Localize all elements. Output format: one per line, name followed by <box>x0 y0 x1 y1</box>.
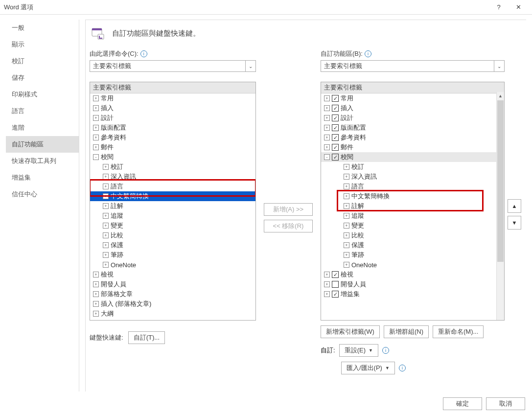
expand-icon[interactable]: + <box>93 311 99 317</box>
tree-item[interactable]: +追蹤 <box>90 211 255 221</box>
tree-item[interactable]: +插入 (部落格文章) <box>90 299 255 309</box>
expand-icon[interactable]: + <box>103 262 109 268</box>
sidebar-item[interactable]: 自訂功能區 <box>6 136 79 153</box>
tree-item[interactable]: +變更 <box>90 221 255 231</box>
commands-tree[interactable]: 主要索引標籤 +常用+插入+設計+版面配置+參考資料+郵件-校閱+校訂+深入資訊… <box>90 82 256 321</box>
tree-item[interactable]: +變更 <box>321 221 504 231</box>
scroll-up-icon[interactable]: ▲ <box>497 92 504 100</box>
expand-icon[interactable]: + <box>93 272 99 277</box>
sidebar-item[interactable]: 語言 <box>6 103 79 119</box>
sidebar-item[interactable]: 進階 <box>6 119 79 136</box>
tree-item[interactable]: +深入資訊 <box>321 172 504 182</box>
tree-item[interactable]: +版面配置 <box>90 123 255 133</box>
tree-item[interactable]: +追蹤 <box>321 211 504 221</box>
tree-item[interactable]: +註解 <box>321 201 504 211</box>
choose-commands-combo[interactable]: 主要索引標籤 ⌄ <box>90 60 256 72</box>
tree-item[interactable]: +部落格文章 <box>90 289 255 299</box>
scroll-thumb[interactable] <box>497 100 504 262</box>
checkbox[interactable]: ✓ <box>332 124 339 131</box>
cancel-button[interactable]: 取消 <box>486 397 525 410</box>
sidebar-item[interactable]: 快速存取工具列 <box>6 153 79 169</box>
expand-icon[interactable]: + <box>344 213 349 219</box>
tree-item[interactable]: +保護 <box>321 240 504 250</box>
sidebar-item[interactable]: 信任中心 <box>6 186 79 203</box>
sidebar-item[interactable]: 增益集 <box>6 169 79 186</box>
tree-item[interactable]: +OneNote <box>90 260 255 270</box>
expand-icon[interactable]: + <box>103 203 109 209</box>
tree-item[interactable]: +中文繁簡轉換 <box>90 191 255 201</box>
expand-icon[interactable]: + <box>103 232 109 238</box>
tree-item[interactable]: -✓校閱 <box>321 152 504 162</box>
expand-icon[interactable]: + <box>103 174 109 180</box>
expand-icon[interactable]: + <box>344 164 349 170</box>
expand-icon[interactable]: + <box>344 262 349 268</box>
tree-item[interactable]: +郵件 <box>90 142 255 152</box>
tree-item[interactable]: +保護 <box>90 240 255 250</box>
info-icon[interactable]: i <box>140 50 147 57</box>
expand-icon[interactable]: + <box>93 135 99 140</box>
import-export-button[interactable]: 匯入/匯出(P)▼ <box>341 362 395 374</box>
expand-icon[interactable]: + <box>93 95 99 101</box>
tree-item[interactable]: +✓郵件 <box>321 142 504 152</box>
checkbox[interactable]: ✓ <box>332 134 339 141</box>
expand-icon[interactable]: + <box>103 252 109 258</box>
new-group-button[interactable]: 新增群組(N) <box>384 325 429 338</box>
tree-item[interactable]: +深入資訊 <box>90 172 255 182</box>
expand-icon[interactable]: + <box>344 242 349 248</box>
expand-icon[interactable]: + <box>324 291 330 297</box>
info-icon[interactable]: i <box>382 347 389 354</box>
tree-item[interactable]: +參考資料 <box>90 133 255 142</box>
customize-keyboard-button[interactable]: 自訂(T)... <box>128 331 165 344</box>
customize-ribbon-combo[interactable]: 主要索引標籤 ⌄ <box>321 60 505 72</box>
tree-item[interactable]: -校閱 <box>90 152 255 162</box>
sidebar-item[interactable]: 印刷樣式 <box>6 86 79 103</box>
ok-button[interactable]: 確定 <box>443 397 482 410</box>
tree-item[interactable]: +插入 <box>90 103 255 113</box>
expand-icon[interactable]: + <box>324 135 330 140</box>
tree-item[interactable]: +OneNote <box>321 260 504 270</box>
tree-item[interactable]: +開發人員 <box>321 279 504 289</box>
tree-item[interactable]: +常用 <box>90 93 255 103</box>
tree-item[interactable]: +校訂 <box>90 162 255 172</box>
expand-icon[interactable]: + <box>93 291 99 297</box>
expand-icon[interactable]: + <box>103 242 109 248</box>
tree-item[interactable]: +筆跡 <box>321 250 504 260</box>
tree-item[interactable]: +比較 <box>321 231 504 240</box>
tree-item[interactable]: +校訂 <box>321 162 504 172</box>
info-icon[interactable]: i <box>365 50 371 57</box>
sidebar-item[interactable]: 顯示 <box>6 36 79 53</box>
expand-icon[interactable]: + <box>93 301 99 307</box>
expand-icon[interactable]: - <box>93 154 99 160</box>
expand-icon[interactable]: + <box>93 144 99 150</box>
tree-item[interactable]: +✓常用 <box>321 93 504 103</box>
expand-icon[interactable]: + <box>344 252 349 258</box>
expand-icon[interactable]: + <box>103 193 109 199</box>
expand-icon[interactable]: + <box>103 213 109 219</box>
expand-icon[interactable]: + <box>103 164 109 170</box>
tree-item[interactable]: +✓增益集 <box>321 289 504 299</box>
rename-button[interactable]: 重新命名(M)... <box>433 325 484 338</box>
expand-icon[interactable]: + <box>324 281 330 287</box>
checkbox[interactable]: ✓ <box>332 95 339 102</box>
move-down-button[interactable]: ▼ <box>508 216 521 230</box>
sidebar-item[interactable]: 一般 <box>6 20 79 36</box>
expand-icon[interactable]: + <box>103 184 109 189</box>
tree-item[interactable]: +筆跡 <box>90 250 255 260</box>
checkbox[interactable]: ✓ <box>332 154 339 161</box>
checkbox[interactable]: ✓ <box>332 115 339 121</box>
tree-item[interactable]: +✓插入 <box>321 103 504 113</box>
expand-icon[interactable]: + <box>324 105 330 111</box>
tree-item[interactable]: +語言 <box>90 182 255 191</box>
expand-icon[interactable]: + <box>344 223 349 229</box>
checkbox[interactable] <box>332 281 339 288</box>
tree-item[interactable]: +比較 <box>90 231 255 240</box>
close-button[interactable]: ✕ <box>509 0 528 15</box>
expand-icon[interactable]: + <box>93 105 99 111</box>
tree-item[interactable]: +開發人員 <box>90 279 255 289</box>
expand-icon[interactable]: + <box>344 193 349 199</box>
expand-icon[interactable]: + <box>93 125 99 131</box>
expand-icon[interactable]: + <box>344 184 349 189</box>
expand-icon[interactable]: + <box>93 281 99 287</box>
remove-button[interactable]: << 移除(R) <box>264 220 313 232</box>
help-button[interactable]: ? <box>489 0 509 15</box>
